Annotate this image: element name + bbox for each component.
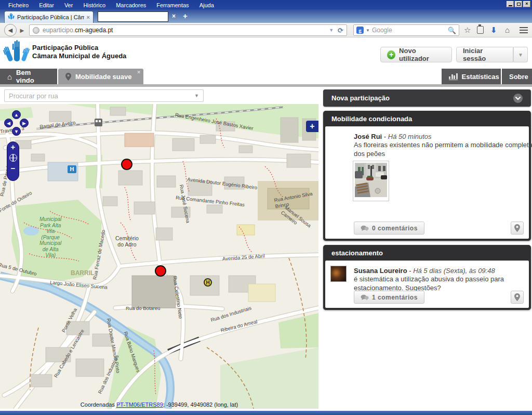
participation-text: é sistemática a utilização abusiva do pa… xyxy=(354,275,532,292)
tab-welcome[interactable]: ⌂ Bem vindo xyxy=(0,69,57,84)
participation-text: As floreiras existentes não permitem a m… xyxy=(354,140,532,158)
card-category: estacionamento xyxy=(325,245,529,261)
projection-link[interactable]: PT-TM06/ETRS89 xyxy=(116,401,163,408)
street-search-input[interactable] xyxy=(9,92,194,100)
menu-item[interactable]: Ficheiro xyxy=(8,2,29,8)
tab2-close-icon[interactable]: × xyxy=(172,12,176,20)
tab-mobility-active[interactable]: Mobilidade suave ✕ xyxy=(58,69,143,84)
browser-menubar: FicheiroEditarVerHistóricoMarcadoresFerr… xyxy=(0,0,532,9)
avatar xyxy=(330,266,347,282)
map-pan-control[interactable]: ▲ ◀ ▶ ▼ xyxy=(4,110,29,137)
map-street-label: BARRIL xyxy=(71,270,94,277)
downloads-icon[interactable]: ⬇ xyxy=(490,25,497,35)
train-station-icon xyxy=(95,119,102,126)
google-icon: g xyxy=(356,27,364,34)
chevron-down-icon[interactable]: ▼ xyxy=(194,93,199,98)
participation-panel: Nova participação Mobilidade condicionad… xyxy=(323,89,531,310)
map-street-label: Cemitério do Adro xyxy=(115,236,139,248)
menu-item[interactable]: Marcadores xyxy=(116,2,146,8)
bookmark-star-icon[interactable]: ☆ xyxy=(464,25,471,35)
magnifier-icon[interactable]: 🔍 xyxy=(448,27,456,34)
author-line: José Rui - Há 50 minutos xyxy=(354,133,524,140)
restore-button[interactable] xyxy=(515,1,522,7)
window-bottom-border xyxy=(0,411,532,415)
bar-chart-icon xyxy=(449,73,458,80)
pan-up-button[interactable]: ▲ xyxy=(12,110,21,119)
page-tabs: ⌂ Bem vindo Mobilidade suave ✕ Estatísti… xyxy=(0,69,532,84)
forward-button[interactable]: ► xyxy=(19,27,25,34)
login-button[interactable]: Iniciar sessão xyxy=(456,47,513,62)
hands-favicon xyxy=(8,12,15,22)
tab-divider-strip xyxy=(0,84,532,87)
new-tab-button[interactable]: + xyxy=(183,11,188,20)
browser-tab-title: Participação Pública | Câmar... xyxy=(17,14,84,20)
browser-search-input[interactable] xyxy=(372,27,446,34)
attachment-photo[interactable] xyxy=(353,161,389,201)
zoom-world-icon[interactable] xyxy=(9,154,17,162)
menu-item[interactable]: Editar xyxy=(39,2,54,8)
comment-bubble-icon xyxy=(361,225,369,231)
minimize-button[interactable] xyxy=(507,1,514,7)
participation-marker[interactable] xyxy=(121,159,132,170)
pan-right-button[interactable]: ▶ xyxy=(20,119,29,127)
home-icon[interactable]: ⌂ xyxy=(505,25,510,34)
window-controls: × xyxy=(507,1,530,7)
new-user-button[interactable]: + Novo utilizador xyxy=(380,47,452,62)
card-body: Susana Loureiro - Há 5 dias (Sexta), às … xyxy=(325,261,529,308)
browser-navbar: ◄ ► euparticipo.cm-agueda.pt ▼ ⟳ g ▼ 🔍 ☆… xyxy=(0,23,532,37)
search-engine-dropdown-icon[interactable]: ▼ xyxy=(366,28,370,33)
new-participation-bar[interactable]: Nova participação xyxy=(323,89,531,107)
pan-left-button[interactable]: ◀ xyxy=(4,119,13,127)
menu-item[interactable]: Histórico xyxy=(83,2,105,8)
url-bar[interactable]: euparticipo.cm-agueda.pt ▼ ⟳ xyxy=(29,24,347,36)
menu-item[interactable]: Ver xyxy=(64,2,73,8)
site-title: Participação Pública Câmara Municipal de… xyxy=(32,44,126,60)
layer-switcher-button[interactable]: + xyxy=(306,121,318,132)
comments-button[interactable]: 1 comentários xyxy=(354,291,424,304)
back-button[interactable]: ◄ xyxy=(4,24,17,36)
zoom-out-button[interactable]: − xyxy=(7,163,19,174)
participation-card: estacionamento Susana Loureiro - Há 5 di… xyxy=(323,245,531,310)
comments-button[interactable]: 0 comentários xyxy=(354,222,424,235)
comment-bubble-icon xyxy=(361,294,369,301)
map-street-label: Rua do Botareu xyxy=(126,305,161,312)
map-street-label: Municipal Park Alta Vila (Parque Municip… xyxy=(39,216,61,258)
reload-icon[interactable]: ⟳ xyxy=(338,27,343,34)
helipad-icon: H xyxy=(204,278,212,287)
author-line: Susana Loureiro - Há 5 dias (Sexta), às … xyxy=(354,267,524,275)
close-window-button[interactable]: × xyxy=(523,1,530,7)
login-dropdown-button[interactable]: ▼ xyxy=(513,47,528,62)
browser-tab-active[interactable]: Participação Pública | Câmar... × xyxy=(4,11,94,23)
browser-window: FicheiroEditarVerHistóricoMarcadoresFerr… xyxy=(0,0,532,415)
browser-search-box[interactable]: g ▼ 🔍 xyxy=(353,24,459,36)
card-body: José Rui - Há 50 minutos As floreiras ex… xyxy=(325,126,529,239)
tab-statistics[interactable]: Estatísticas xyxy=(442,69,501,84)
browser-tab-empty[interactable] xyxy=(98,11,168,22)
url-dropdown-icon[interactable]: ▼ xyxy=(329,28,334,33)
menu-item[interactable]: Ajuda xyxy=(200,2,214,8)
pan-down-button[interactable]: ▼ xyxy=(12,127,21,136)
site-header: Participação Pública Câmara Municipal de… xyxy=(0,37,532,69)
locate-on-map-button[interactable] xyxy=(511,291,524,304)
site-logo-hands xyxy=(3,40,30,70)
map-zoom-control[interactable]: + − xyxy=(7,141,19,181)
menu-item[interactable]: Ferramentas xyxy=(156,2,189,8)
card-category: Mobilidade condicionada xyxy=(325,111,529,126)
zoom-in-button[interactable]: + xyxy=(7,142,19,152)
street-search-combobox[interactable]: ▼ xyxy=(4,89,204,102)
plus-icon: + xyxy=(387,50,395,59)
tab-about[interactable]: Sobre xyxy=(502,69,532,84)
participation-marker[interactable] xyxy=(155,265,166,277)
hospital-icon: H xyxy=(68,165,76,173)
map-canvas[interactable]: Travessa 3Ramal de AveiroRua Engenheiro … xyxy=(0,104,318,409)
browser-tabstrip: Participação Pública | Câmar... × × + xyxy=(0,9,532,23)
tab-close-icon[interactable]: ✕ xyxy=(137,70,141,75)
menu-items: FicheiroEditarVerHistóricoMarcadoresFerr… xyxy=(8,0,224,9)
locate-on-map-button[interactable] xyxy=(511,222,524,235)
chevron-down-icon[interactable] xyxy=(513,94,523,103)
participation-card: Mobilidade condicionada José Rui - Há 50… xyxy=(323,111,531,241)
bookmarks-panel-icon[interactable] xyxy=(477,26,484,34)
map-pin-icon xyxy=(65,73,71,81)
tab-close-icon[interactable]: × xyxy=(87,14,90,20)
menu-hamburger-icon[interactable] xyxy=(520,27,528,33)
